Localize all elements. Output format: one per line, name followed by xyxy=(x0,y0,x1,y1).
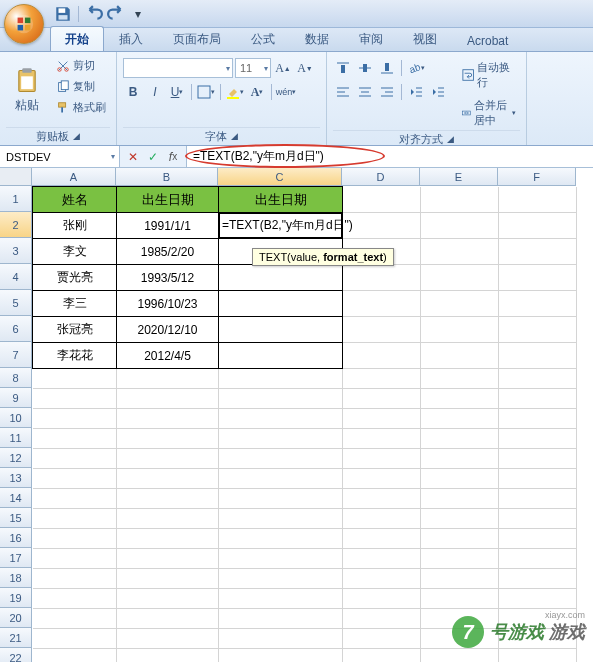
cell-E10[interactable] xyxy=(421,409,499,429)
cell-E9[interactable] xyxy=(421,389,499,409)
cell-E3[interactable] xyxy=(421,239,499,265)
cell-A4[interactable]: 贾光亮 xyxy=(33,265,117,291)
cell-F6[interactable] xyxy=(499,317,577,343)
cell-E19[interactable] xyxy=(421,589,499,609)
fill-color-button[interactable]: ▾ xyxy=(225,82,245,102)
cell-D14[interactable] xyxy=(343,489,421,509)
row-header-10[interactable]: 10 xyxy=(0,408,32,428)
cell-B2[interactable]: 1991/1/1 xyxy=(117,213,219,239)
cell-D13[interactable] xyxy=(343,469,421,489)
cell-C1[interactable]: 出生日期 xyxy=(219,187,343,213)
cell-C15[interactable] xyxy=(219,509,343,529)
cell-F7[interactable] xyxy=(499,343,577,369)
cell-E7[interactable] xyxy=(421,343,499,369)
cell-F8[interactable] xyxy=(499,369,577,389)
cell-D2[interactable] xyxy=(343,213,421,239)
tab-view[interactable]: 视图 xyxy=(398,26,452,51)
cell-F10[interactable] xyxy=(499,409,577,429)
cell-D18[interactable] xyxy=(343,569,421,589)
cell-A1[interactable]: 姓名 xyxy=(33,187,117,213)
cell-E18[interactable] xyxy=(421,569,499,589)
tab-review[interactable]: 审阅 xyxy=(344,26,398,51)
cell-A14[interactable] xyxy=(33,489,117,509)
cell-B3[interactable]: 1985/2/20 xyxy=(117,239,219,265)
cell-B17[interactable] xyxy=(117,549,219,569)
col-header-F[interactable]: F xyxy=(498,168,576,186)
cell-A3[interactable]: 李文 xyxy=(33,239,117,265)
cell-A2[interactable]: 张刚 xyxy=(33,213,117,239)
row-header-17[interactable]: 17 xyxy=(0,548,32,568)
tab-data[interactable]: 数据 xyxy=(290,26,344,51)
cell-E13[interactable] xyxy=(421,469,499,489)
row-header-9[interactable]: 9 xyxy=(0,388,32,408)
cell-C7[interactable] xyxy=(219,343,343,369)
cell-B22[interactable] xyxy=(117,649,219,663)
cell-F3[interactable] xyxy=(499,239,577,265)
align-bottom-icon[interactable] xyxy=(377,58,397,78)
cell-C6[interactable] xyxy=(219,317,343,343)
qat-more-icon[interactable]: ▾ xyxy=(129,5,147,23)
merge-center-button[interactable]: 合并后居中▾ xyxy=(458,96,520,130)
cell-D1[interactable] xyxy=(343,187,421,213)
cell-A21[interactable] xyxy=(33,629,117,649)
cell-D7[interactable] xyxy=(343,343,421,369)
cell-C21[interactable] xyxy=(219,629,343,649)
increase-indent-icon[interactable] xyxy=(428,82,448,102)
cell-A17[interactable] xyxy=(33,549,117,569)
row-header-13[interactable]: 13 xyxy=(0,468,32,488)
select-all-corner[interactable] xyxy=(0,168,32,186)
cell-E15[interactable] xyxy=(421,509,499,529)
decrease-indent-icon[interactable] xyxy=(406,82,426,102)
bold-button[interactable]: B xyxy=(123,82,143,102)
cell-A22[interactable] xyxy=(33,649,117,663)
cell-A8[interactable] xyxy=(33,369,117,389)
tab-home[interactable]: 开始 xyxy=(50,26,104,51)
cell-F5[interactable] xyxy=(499,291,577,317)
cell-B11[interactable] xyxy=(117,429,219,449)
cell-A20[interactable] xyxy=(33,609,117,629)
row-header-22[interactable]: 22 xyxy=(0,648,32,662)
cell-C19[interactable] xyxy=(219,589,343,609)
align-launcher-icon[interactable]: ◢ xyxy=(447,134,454,144)
row-header-21[interactable]: 21 xyxy=(0,628,32,648)
cell-C11[interactable] xyxy=(219,429,343,449)
cell-F17[interactable] xyxy=(499,549,577,569)
formula-input[interactable]: =TEXT(B2,"y年m月d日") xyxy=(186,146,593,167)
cell-B10[interactable] xyxy=(117,409,219,429)
row-header-3[interactable]: 3 xyxy=(0,238,32,264)
cell-D15[interactable] xyxy=(343,509,421,529)
cell-C17[interactable] xyxy=(219,549,343,569)
cell-C18[interactable] xyxy=(219,569,343,589)
row-header-7[interactable]: 7 xyxy=(0,342,32,368)
cell-F13[interactable] xyxy=(499,469,577,489)
cell-B21[interactable] xyxy=(117,629,219,649)
cell-F19[interactable] xyxy=(499,589,577,609)
cell-F1[interactable] xyxy=(499,187,577,213)
row-header-11[interactable]: 11 xyxy=(0,428,32,448)
col-header-C[interactable]: C xyxy=(218,168,342,186)
orientation-icon[interactable]: ab▾ xyxy=(406,58,426,78)
cell-F22[interactable] xyxy=(499,649,577,663)
align-middle-icon[interactable] xyxy=(355,58,375,78)
cell-A7[interactable]: 李花花 xyxy=(33,343,117,369)
cell-C2[interactable]: =TEXT(B2,"y年m月d日") xyxy=(219,213,343,239)
cut-button[interactable]: 剪切 xyxy=(52,56,110,75)
row-header-4[interactable]: 4 xyxy=(0,264,32,290)
paste-button[interactable]: 粘贴 xyxy=(6,54,48,127)
cell-D4[interactable] xyxy=(343,265,421,291)
cell-C4[interactable] xyxy=(219,265,343,291)
cell-F15[interactable] xyxy=(499,509,577,529)
tab-acrobat[interactable]: Acrobat xyxy=(452,29,523,51)
row-header-14[interactable]: 14 xyxy=(0,488,32,508)
underline-button[interactable]: U▾ xyxy=(167,82,187,102)
align-right-icon[interactable] xyxy=(377,82,397,102)
grow-font-icon[interactable]: A▲ xyxy=(273,58,293,78)
copy-button[interactable]: 复制 xyxy=(52,77,110,96)
cell-D9[interactable] xyxy=(343,389,421,409)
cell-D19[interactable] xyxy=(343,589,421,609)
cell-F14[interactable] xyxy=(499,489,577,509)
shrink-font-icon[interactable]: A▼ xyxy=(295,58,315,78)
cell-F4[interactable] xyxy=(499,265,577,291)
row-header-5[interactable]: 5 xyxy=(0,290,32,316)
row-header-6[interactable]: 6 xyxy=(0,316,32,342)
